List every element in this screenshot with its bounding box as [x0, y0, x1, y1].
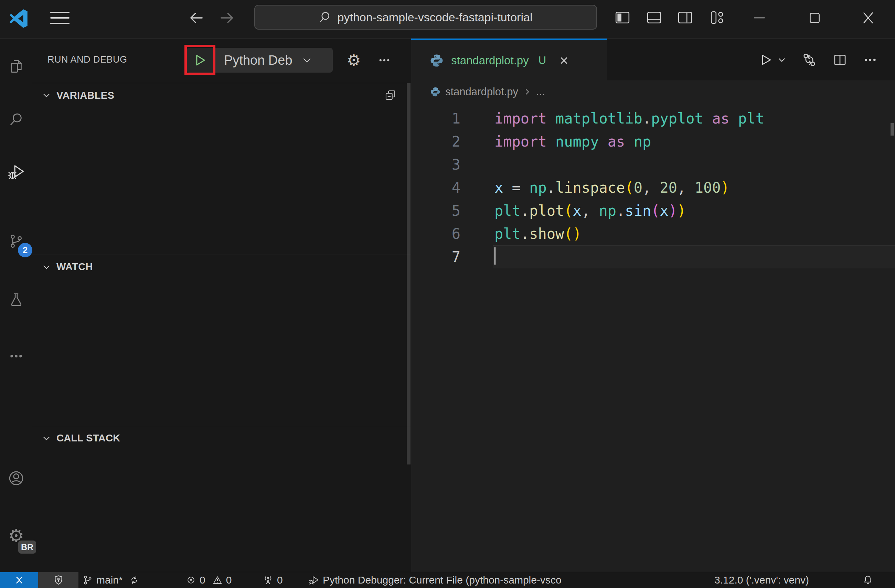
- code-line-4[interactable]: 4x = np.linspace(0, 20, 100): [411, 176, 895, 199]
- error-icon: [186, 575, 196, 585]
- problems-status-item[interactable]: 0 0: [186, 572, 232, 588]
- toggle-panel-icon[interactable]: [646, 10, 662, 26]
- line-text[interactable]: x = np.linspace(0, 20, 100): [493, 176, 895, 199]
- remote-indicator[interactable]: [0, 572, 38, 588]
- debugger-status-item[interactable]: Python Debugger: Current File (python-sa…: [308, 572, 652, 588]
- menu-icon[interactable]: [50, 12, 70, 25]
- sidebar-item-run-debug[interactable]: [0, 156, 32, 188]
- code-line-7[interactable]: 7: [411, 246, 895, 268]
- account-button[interactable]: [0, 462, 32, 494]
- split-editor-icon: [832, 52, 848, 67]
- section-label: CALL STACK: [56, 432, 120, 444]
- section-label: VARIABLES: [56, 90, 114, 101]
- editor-scrollbar[interactable]: [890, 123, 894, 136]
- close-window-button[interactable]: [860, 10, 876, 26]
- collapse-variables-button[interactable]: [384, 89, 397, 102]
- files-icon: [8, 59, 24, 74]
- chevron-down-icon: [42, 434, 51, 443]
- section-label: WATCH: [56, 261, 93, 273]
- breadcrumb-symbol[interactable]: ...: [536, 86, 545, 98]
- toggle-secondary-sidebar-icon[interactable]: [677, 10, 693, 26]
- maximize-button[interactable]: [807, 10, 822, 26]
- text-cursor: [495, 247, 496, 265]
- python-icon: [430, 87, 440, 97]
- branch-status-item[interactable]: main*: [83, 572, 140, 588]
- code-line-1[interactable]: 1import matplotlib.pyplot as plt: [411, 107, 895, 130]
- bell-icon: [862, 574, 873, 586]
- customize-layout-icon[interactable]: [710, 10, 725, 26]
- line-text[interactable]: plt.plot(x, np.sin(x)): [493, 199, 895, 222]
- search-box[interactable]: python-sample-vscode-fastapi-tutorial: [254, 5, 597, 30]
- line-number: 3: [411, 153, 460, 176]
- compare-changes-icon: [801, 52, 817, 68]
- interpreter-text: 3.12.0 ('.venv': venv): [714, 574, 809, 586]
- tab-standardplot[interactable]: standardplot.py U: [411, 38, 607, 81]
- line-text[interactable]: [493, 246, 895, 268]
- debug-config-dropdown[interactable]: Python Deb: [215, 48, 333, 73]
- chevron-right-icon: [523, 88, 531, 96]
- code-line-3[interactable]: 3: [411, 153, 895, 176]
- tab-label: standardplot.py: [451, 54, 529, 67]
- chevron-down-icon: [302, 55, 312, 66]
- back-arrow-button[interactable]: [188, 10, 205, 26]
- section-call-stack[interactable]: CALL STACK: [32, 426, 411, 450]
- tab-modified-indicator: U: [539, 55, 546, 67]
- editor-more-actions-button[interactable]: [863, 52, 878, 67]
- run-python-file-button[interactable]: [759, 53, 786, 67]
- section-watch[interactable]: WATCH: [32, 255, 411, 279]
- code-line-2[interactable]: 2import numpy as np: [411, 130, 895, 153]
- debug-config-label: Python Deb: [224, 53, 293, 68]
- debug-settings-button[interactable]: ⚙: [342, 49, 365, 71]
- line-text[interactable]: plt.show(): [493, 222, 895, 246]
- line-number: 7: [411, 246, 460, 268]
- activity-more-button[interactable]: [0, 340, 32, 372]
- forward-arrow-button[interactable]: [219, 10, 235, 26]
- sidebar-item-search[interactable]: [0, 103, 32, 136]
- run-debug-sidebar: RUN AND DEBUG Python Deb ⚙: [32, 38, 411, 572]
- ellipsis-icon: [378, 53, 391, 67]
- workspace-trust-badge[interactable]: [38, 572, 79, 588]
- ellipsis-icon: [863, 52, 878, 67]
- remote-icon: [14, 574, 25, 586]
- notifications-bell[interactable]: [862, 572, 873, 588]
- split-editor-button[interactable]: [832, 52, 848, 67]
- debug-views-more-button[interactable]: [373, 49, 396, 71]
- breadcrumb[interactable]: standardplot.py ...: [411, 81, 895, 103]
- debug-toolbar: RUN AND DEBUG Python Deb ⚙: [32, 38, 411, 83]
- code-line-5[interactable]: 5plt.plot(x, np.sin(x)): [411, 199, 895, 222]
- minimize-button[interactable]: [751, 10, 768, 26]
- toggle-primary-sidebar-icon[interactable]: [614, 10, 630, 26]
- line-number: 1: [411, 107, 460, 130]
- radio-tower-icon: [262, 574, 273, 586]
- activity-bar: 2 ⚙ BR: [0, 38, 32, 572]
- open-changes-button[interactable]: [801, 52, 817, 68]
- sidebar-scrollbar[interactable]: [407, 83, 411, 464]
- source-control-badge: 2: [18, 243, 32, 258]
- close-icon: [558, 55, 569, 66]
- section-variables[interactable]: VARIABLES: [32, 83, 411, 108]
- vscode-window: python-sample-vscode-fastapi-tutorial: [0, 0, 895, 588]
- collapse-all-icon: [384, 89, 397, 102]
- code-area[interactable]: 1import matplotlib.pyplot as plt2import …: [411, 103, 895, 268]
- sidebar-item-explorer[interactable]: [0, 50, 32, 83]
- ports-status-item[interactable]: 0: [262, 572, 283, 588]
- line-text[interactable]: import matplotlib.pyplot as plt: [493, 107, 895, 130]
- titlebar: python-sample-vscode-fastapi-tutorial: [0, 0, 895, 38]
- sidebar-title: RUN AND DEBUG: [47, 55, 127, 65]
- editor-group: standardplot.py U: [411, 38, 895, 572]
- python-interpreter-item[interactable]: 3.12.0 ('.venv': venv): [714, 572, 809, 588]
- breadcrumb-file[interactable]: standardplot.py: [445, 86, 518, 98]
- line-number: 2: [411, 130, 460, 153]
- tab-close-button[interactable]: [558, 55, 569, 66]
- sidebar-item-testing[interactable]: [0, 283, 32, 316]
- debug-start-button[interactable]: [187, 48, 213, 73]
- code-line-6[interactable]: 6plt.show(): [411, 222, 895, 246]
- run-icon: [759, 53, 772, 67]
- shield-icon: [53, 574, 64, 586]
- line-text[interactable]: import numpy as np: [493, 130, 895, 153]
- debug-icon: [8, 163, 25, 180]
- status-bar: main* 0 0 0: [0, 572, 895, 588]
- chevron-down-icon: [777, 55, 786, 64]
- line-text[interactable]: [493, 153, 895, 176]
- search-icon: [319, 10, 333, 24]
